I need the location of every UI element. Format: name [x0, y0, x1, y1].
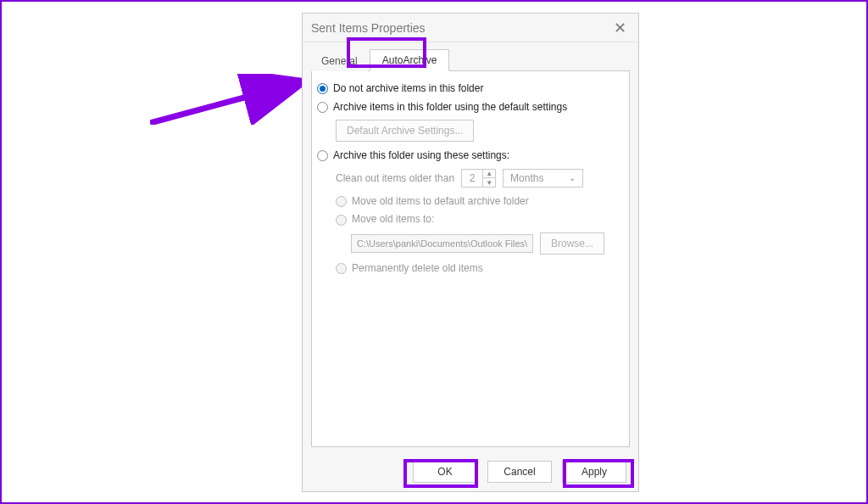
close-icon[interactable]: ✕ [610, 19, 630, 37]
radio-icon [317, 83, 328, 94]
tab-general[interactable]: General [311, 51, 368, 71]
option-label: Move old items to default archive folder [352, 195, 529, 209]
select-value: Months [510, 172, 543, 184]
cancel-button[interactable]: Cancel [487, 461, 552, 483]
annotation-arrow [150, 74, 311, 125]
move-path-row: C:\Users\panki\Documents\Outlook Files\ … [351, 232, 620, 255]
svg-line-0 [150, 82, 301, 123]
properties-dialog: Sent Items Properties ✕ General AutoArch… [302, 13, 639, 492]
radio-icon [336, 215, 347, 226]
tab-panel-autoarchive: Do not archive items in this folder Arch… [311, 70, 630, 447]
radio-icon [317, 150, 328, 161]
cleanout-age-stepper[interactable]: 2 ▲ ▼ [461, 169, 496, 188]
tab-autoarchive[interactable]: AutoArchive [370, 49, 450, 71]
apply-button[interactable]: Apply [562, 461, 626, 483]
chevron-down-icon: ⌄ [569, 173, 576, 182]
option-permanently-delete[interactable]: Permanently delete old items [336, 260, 620, 278]
chevron-up-icon[interactable]: ▲ [483, 170, 495, 179]
radio-icon [317, 102, 328, 113]
radio-icon [336, 263, 347, 274]
option-archive-default[interactable]: Archive items in this folder using the d… [317, 98, 620, 117]
option-move-default-folder[interactable]: Move old items to default archive folder [336, 193, 620, 211]
option-do-not-archive[interactable]: Do not archive items in this folder [317, 80, 620, 98]
default-archive-settings-button[interactable]: Default Archive Settings... [336, 120, 474, 142]
archive-path-field[interactable]: C:\Users\panki\Documents\Outlook Files\ [351, 234, 533, 253]
option-label: Archive this folder using these settings… [333, 149, 509, 163]
cleanout-label: Clean out items older than [336, 172, 454, 184]
option-label: Archive items in this folder using the d… [333, 101, 567, 115]
radio-icon [336, 196, 347, 207]
stepper-value: 2 [462, 170, 482, 187]
dialog-title: Sent Items Properties [311, 21, 426, 35]
ok-button[interactable]: OK [413, 461, 477, 483]
option-move-to[interactable]: Move old items to: [336, 210, 620, 229]
browse-button[interactable]: Browse... [540, 232, 604, 255]
option-label: Permanently delete old items [352, 262, 483, 276]
titlebar: Sent Items Properties ✕ [303, 14, 638, 42]
option-archive-custom[interactable]: Archive this folder using these settings… [317, 147, 620, 165]
dialog-button-row: OK Cancel Apply [303, 454, 638, 491]
cleanout-unit-select[interactable]: Months ⌄ [503, 169, 583, 188]
cleanout-row: Clean out items older than 2 ▲ ▼ Months … [336, 169, 620, 188]
chevron-down-icon[interactable]: ▼ [483, 178, 495, 187]
option-label: Do not archive items in this folder [333, 82, 483, 96]
option-label: Move old items to: [352, 213, 434, 227]
tab-strip: General AutoArchive [303, 42, 638, 71]
